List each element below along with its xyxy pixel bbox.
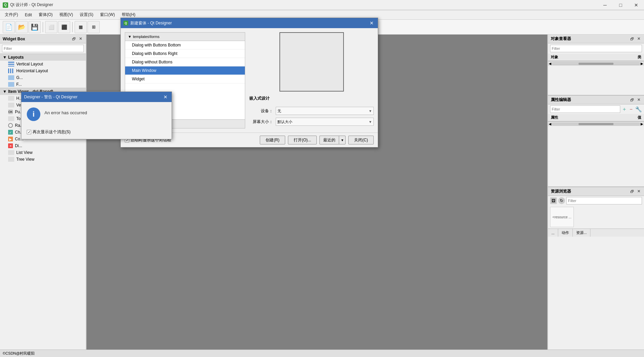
- warning-dialog: Designer - 警告 - Qt Designer ✕ i An error…: [21, 92, 172, 139]
- hscroll-left-btn[interactable]: ◀: [549, 62, 551, 65]
- widget-item-f[interactable]: F...: [0, 81, 86, 88]
- bottom-tab-resource-label: 资源...: [576, 230, 587, 235]
- pe-remove-btn[interactable]: －: [628, 106, 634, 113]
- col-class-label: 类: [638, 55, 641, 60]
- menu-file[interactable]: 文件(F): [1, 11, 21, 19]
- menu-window[interactable]: 窗口(W): [97, 11, 118, 19]
- rb-restore-btn[interactable]: 🗗: [629, 189, 635, 194]
- property-editor-col-header: 属性 值: [548, 114, 644, 121]
- save-button[interactable]: 💾: [28, 21, 41, 33]
- object-inspector-restore-btn[interactable]: 🗗: [629, 36, 635, 42]
- open-button[interactable]: 打开(O)...: [288, 136, 317, 144]
- pe-hscroll-track[interactable]: [552, 123, 640, 125]
- dialog-footer-right: 创建(R) 打开(O)... 最近的 ▼ 关闭(C): [260, 136, 374, 144]
- close-dialog-button[interactable]: 关闭(C): [348, 136, 374, 144]
- widget-item-di[interactable]: ✕ Di...: [0, 142, 86, 149]
- widget-item-list-view[interactable]: List View: [0, 149, 86, 156]
- widget-box-panel: Widget Box 🗗 ✕ ▼ Layouts Vertical Layout…: [0, 35, 86, 357]
- copy-button[interactable]: ⬛: [58, 21, 70, 33]
- resource-browser-header-btns: 🗗 ✕: [629, 189, 641, 194]
- menu-view[interactable]: 视图(V): [56, 11, 76, 19]
- pe-wrench-btn[interactable]: 🔧: [635, 106, 642, 113]
- object-inspector-hscroll[interactable]: ◀ ▶: [548, 61, 644, 66]
- menu-edit[interactable]: Edit: [21, 11, 35, 19]
- rb-refresh-btn[interactable]: ↻: [558, 197, 565, 204]
- object-inspector-filter[interactable]: [550, 45, 642, 52]
- close-window-button[interactable]: ✕: [628, 0, 644, 10]
- object-inspector-section: 对象查看器 🗗 ✕ 对象 类 ◀ ▶: [548, 35, 644, 96]
- device-select[interactable]: 无 ▼: [276, 107, 374, 115]
- widget-item-horizontal-layout[interactable]: Horizontal Layout: [0, 67, 86, 74]
- open-button[interactable]: 📂: [16, 21, 28, 33]
- pe-add-btn[interactable]: ＋: [622, 106, 627, 113]
- cut-button[interactable]: ⬜: [45, 21, 57, 33]
- template-item-main-window[interactable]: Main Window: [125, 66, 245, 75]
- hscroll-track[interactable]: [552, 62, 640, 65]
- layouts-section[interactable]: ▼ Layouts: [0, 54, 86, 61]
- minimize-button[interactable]: ─: [597, 0, 613, 10]
- bottom-tab-dots[interactable]: ...: [548, 229, 558, 237]
- widget-item-tree-view[interactable]: Tree View: [0, 156, 86, 163]
- pe-restore-btn[interactable]: 🗗: [629, 97, 635, 103]
- warning-message: An error has occurred: [44, 107, 87, 116]
- form-preview: [279, 32, 344, 92]
- pe-hscroll-right-btn[interactable]: ▶: [641, 122, 643, 126]
- recent-button-arrow[interactable]: ▼: [339, 136, 346, 144]
- hscroll-thumb[interactable]: [579, 63, 613, 65]
- property-editor-header-btns: 🗗 ✕: [629, 97, 641, 103]
- di-icon: ✕: [8, 143, 13, 148]
- screen-select[interactable]: 默认大小 ▼: [276, 118, 374, 126]
- template-item-widget[interactable]: Widget: [125, 75, 245, 83]
- new-button[interactable]: 📄: [3, 21, 15, 33]
- layouts-collapse-icon: ▼: [3, 55, 7, 60]
- object-inspector-close-btn[interactable]: ✕: [636, 36, 641, 42]
- template-item-dialog-no-buttons[interactable]: Dialog without Buttons: [125, 58, 245, 66]
- screen-row: 屏幕大小： 默认大小 ▼: [249, 118, 374, 126]
- widget-item-g[interactable]: G...: [0, 74, 86, 81]
- screen-select-value: 默认大小: [277, 119, 292, 124]
- rb-icon-btn[interactable]: 🖼: [550, 197, 557, 204]
- menu-form[interactable]: 窗体(O): [35, 11, 56, 19]
- bottom-tab-action[interactable]: 动作: [558, 229, 573, 237]
- template-item-dialog-bottom[interactable]: Dialog with Buttons Bottom: [125, 41, 245, 49]
- menu-settings[interactable]: 设置(S): [76, 11, 97, 19]
- template-item-dialog-right[interactable]: Dialog with Buttons Right: [125, 49, 245, 58]
- property-editor-hscroll[interactable]: ◀ ▶: [548, 121, 644, 126]
- resource-browser-toolbar: 🖼 ↻: [548, 196, 644, 205]
- embedded-design-label: 嵌入式设计: [249, 96, 270, 101]
- grid-button[interactable]: ⊞: [87, 21, 100, 33]
- h-icon: [8, 96, 14, 101]
- pe-hscroll-left-btn[interactable]: ◀: [549, 122, 551, 126]
- device-label: 设备：: [249, 108, 273, 114]
- ra-icon: [8, 123, 13, 128]
- object-inspector-col-header: 对象 类: [548, 54, 644, 61]
- new-form-dialog-close-btn[interactable]: ✕: [368, 20, 375, 26]
- create-button[interactable]: 创建(R): [260, 136, 285, 144]
- pe-hscroll-thumb[interactable]: [579, 123, 613, 125]
- resource-browser-filter[interactable]: [566, 197, 642, 204]
- hscroll-right-btn[interactable]: ▶: [641, 62, 643, 65]
- f-icon: [8, 82, 14, 87]
- widget-box-close-btn[interactable]: ✕: [78, 36, 83, 42]
- widget-item-vertical-layout[interactable]: Vertical Layout: [0, 61, 86, 67]
- bottom-tab-resource[interactable]: 资源...: [573, 229, 590, 237]
- app-icon: Q: [3, 2, 8, 8]
- warning-show-again-checkbox[interactable]: ✓ 再次显示这个消息(S): [27, 129, 71, 135]
- rb-close-btn[interactable]: ✕: [636, 189, 641, 194]
- maximize-button[interactable]: □: [613, 0, 628, 10]
- resource-item[interactable]: <resource ...: [550, 207, 574, 227]
- widget-box-restore-btn[interactable]: 🗗: [71, 36, 76, 42]
- recent-button-main[interactable]: 最近的: [319, 136, 339, 144]
- property-editor-filter[interactable]: [550, 105, 620, 113]
- resource-browser-title: 资源浏览器: [551, 189, 571, 194]
- bottom-tab-dots-label: ...: [551, 231, 554, 235]
- warning-checkbox-label: 再次显示这个消息(S): [33, 129, 71, 135]
- col-value-label: 值: [638, 115, 641, 120]
- warning-dialog-close-btn[interactable]: ✕: [162, 94, 169, 100]
- pe-close-btn[interactable]: ✕: [636, 97, 641, 103]
- widget-box-filter[interactable]: [2, 45, 84, 52]
- property-editor-section: 属性编辑器 🗗 ✕ ＋ － 🔧 属性 值 ◀: [548, 96, 644, 187]
- tree-header[interactable]: ▼ templates\forms: [125, 32, 245, 41]
- layout-button[interactable]: ▦: [75, 21, 87, 33]
- col-property-label: 属性: [551, 115, 638, 120]
